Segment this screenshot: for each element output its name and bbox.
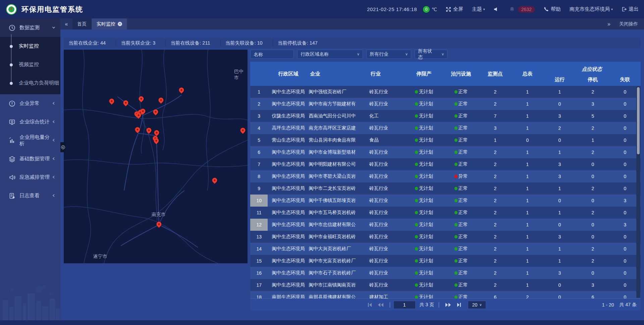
page-size-select[interactable]: 20 ∨ (468, 301, 486, 309)
table-row[interactable]: 8阆中生态环境局阆中市枣碧大梁山页岩砖瓦行业无计划异常21300 (250, 170, 641, 182)
cell-row-number: 13 (250, 231, 268, 243)
cell-limit-status: 无计划 (405, 149, 443, 155)
cell-points: 6 (479, 294, 512, 299)
table-row[interactable]: 17阆中生态环境局阆中市江南镇阆南页岩砖瓦行业无计划正常21030 (250, 279, 641, 291)
cell-company: 阆中市忠信建材有限公 (309, 222, 369, 228)
cell-industry: 化工 (369, 113, 405, 119)
table-row[interactable]: 3仪陇生态环境局西南油气田分公司川中化工无计划正常71350 (250, 110, 641, 122)
cell-stop: 6 (576, 294, 609, 299)
stats-bar: 当前在线企业: 44当前失联企业: 3当前在线设备: 211当前失联设备: 10… (64, 38, 641, 48)
cell-run: 0 (543, 198, 576, 203)
sidebar-group-6[interactable]: 日志查看 (0, 186, 60, 205)
cell-district: 阆中生态环境局 (268, 89, 309, 95)
green-dot-icon (454, 102, 458, 106)
cell-limit-status: 无计划 (405, 246, 443, 252)
industry-filter-select[interactable]: 所有行业 ∨ (366, 50, 411, 59)
sidebar-group-3[interactable]: 企业用电量分析 (0, 131, 60, 150)
stat-0: 当前在线企业: 44 (64, 40, 116, 46)
col-limit: 停限产 (405, 62, 443, 86)
table-row[interactable]: 6阆中生态环境局阆中市金博瑞新型墙材砖瓦行业无计划正常21120 (250, 146, 641, 158)
sidebar-collapse-handle[interactable] (60, 142, 66, 152)
cell-row-number: 14 (250, 243, 268, 255)
cell-stop: 2 (576, 150, 609, 155)
table-row[interactable]: 5营山生态环境局营山县润丰肉食品有限食品无计划正常10010 (250, 134, 641, 146)
table-row[interactable]: 10阆中生态环境局阆中千佛镇五郎垭页岩砖瓦行业无计划正常21003 (250, 195, 641, 207)
green-dot-icon (415, 211, 418, 214)
next-page-button[interactable] (445, 303, 451, 307)
tab-realtime-monitor[interactable]: 实时监控 × (92, 18, 127, 30)
cell-points: 2 (479, 270, 512, 276)
cell-points: 7 (479, 113, 512, 119)
help-button[interactable]: 帮助 (544, 6, 561, 12)
sidebar-item-2[interactable]: 企业电力负荷明细 (0, 74, 60, 92)
table-row[interactable]: 7阆中生态环境局阆中明阳建材有限公司砖瓦行业无计划正常21300 (250, 158, 641, 170)
sidebar-item-0[interactable]: 实时监控 (0, 37, 60, 55)
name-input[interactable] (254, 52, 290, 57)
table-row[interactable]: 9阆中生态环境局阆中市二龙长宝页岩砖砖瓦行业无计划正常21120 (250, 182, 641, 195)
table-row[interactable]: 16阆中生态环境局阆中市石子页岩机砖厂砖瓦行业无计划正常21300 (250, 267, 641, 279)
sidebar-submenu: 实时监控视频监控企业电力负荷明细 (0, 37, 60, 94)
green-dot-icon (415, 271, 418, 275)
table-row[interactable]: 1阆中生态环境局阆中强锐页岩砖厂砖瓦行业无计划正常21120 (250, 86, 641, 98)
scrollbar-thumb[interactable] (637, 87, 640, 154)
status-filter-select[interactable]: 所有状态 ∨ (415, 50, 447, 59)
table-row[interactable]: 15阆中生态环境局阆中市光富页岩机砖厂砖瓦行业无计划正常21120 (250, 255, 641, 267)
prev-page-button[interactable] (377, 303, 384, 307)
cell-points: 1 (479, 138, 512, 143)
cell-district: 阆中生态环境局 (268, 270, 309, 276)
map-panel[interactable]: 巴中市南充市遂宁市 (64, 50, 248, 263)
cell-row-number: 8 (250, 170, 268, 182)
datetime: 2021-02-25 17:46:18 (367, 6, 417, 12)
last-page-button[interactable] (456, 303, 462, 307)
sidebar: 数据监测实时监控视频监控企业电力负荷明细企业异常企业综合统计企业用电量分析基础数… (0, 18, 60, 320)
cell-run: 2 (543, 125, 576, 131)
col-facility: 治污设施 (443, 62, 479, 86)
table-row[interactable]: 11阆中生态环境局阆中市五马桥页岩机砖砖瓦行业无计划正常21120 (250, 207, 641, 219)
cell-company: 阆中市光富页岩机砖厂 (309, 258, 369, 264)
cell-points: 2 (479, 162, 512, 167)
tabs-scroll-left-icon[interactable]: « (60, 18, 72, 30)
table-row[interactable]: 14阆中生态环境局阆中大兴页岩机砖厂砖瓦行业无计划正常21120 (250, 243, 641, 255)
sidebar-item-1[interactable]: 视频监控 (0, 55, 60, 74)
col-lost: 失联 (609, 76, 641, 83)
table-row[interactable]: 13阆中生态环境局阆中市金福旺页岩机砖砖瓦行业无计划正常21300 (250, 231, 641, 243)
cell-points: 2 (479, 186, 512, 191)
user-dropdown[interactable]: 南充市生态环境局▾ (570, 6, 613, 12)
theme-dropdown[interactable]: 主题▾ (472, 6, 485, 12)
cell-facility-status: 正常 (443, 149, 479, 155)
table-body: 1阆中生态环境局阆中强锐页岩砖厂砖瓦行业无计划正常211202阆中生态环境局阆中… (250, 86, 641, 299)
notifications[interactable]: 2632 (509, 6, 535, 13)
cell-run: 0 (543, 101, 576, 107)
table-row[interactable]: 18南部生态环境局南部县双佛建材有限公建材加工无计划正常62060 (250, 291, 641, 299)
region-filter-select[interactable]: 行政区域名称 ∨ (297, 50, 363, 59)
cell-industry: 砖瓦行业 (369, 89, 405, 95)
sidebar-group-1[interactable]: 企业异常 (0, 94, 60, 113)
cell-stop: 2 (576, 125, 609, 131)
table-row[interactable]: 12阆中生态环境局阆中市忠信建材有限公砖瓦行业无计划正常21003 (250, 219, 641, 231)
close-tab-icon[interactable]: × (118, 22, 122, 26)
name-filter-input[interactable] (250, 50, 294, 59)
tabs-scroll-right-icon[interactable]: » (607, 21, 610, 27)
close-operations-button[interactable]: 关闭操作 (619, 21, 638, 27)
sidebar-group-2[interactable]: 企业综合统计 (0, 113, 60, 131)
cell-district: 阆中生态环境局 (268, 198, 309, 204)
stat-3: 当前失联设备: 10 (221, 40, 273, 46)
tab-home[interactable]: 首页 (72, 18, 91, 30)
page-number-input[interactable] (393, 301, 416, 309)
cell-district: 阆中生态环境局 (268, 161, 309, 167)
table-scrollbar[interactable] (636, 87, 640, 298)
first-page-button[interactable] (367, 303, 373, 307)
cell-run: 3 (543, 234, 576, 239)
sound-toggle[interactable] (494, 7, 501, 12)
sidebar-group-4[interactable]: 基础数据管理 (0, 150, 60, 168)
fullscreen-button[interactable]: 全屏 (446, 6, 463, 12)
logout-button[interactable]: 退出 (622, 6, 639, 12)
table-row[interactable]: 2阆中生态环境局阆中市南方节能建材有砖瓦行业无计划正常21030 (250, 98, 641, 110)
col-row-number (250, 62, 268, 86)
sidebar-group-5[interactable]: 应急减排管理 (0, 168, 60, 186)
table-row[interactable]: 4高坪生态环境局南充市高坪区王家店建砖瓦行业无计划正常31220 (250, 122, 641, 134)
cell-facility-status: 正常 (443, 101, 479, 107)
cell-limit-status: 无计划 (405, 282, 443, 288)
cell-points: 2 (479, 101, 512, 107)
sidebar-group-0[interactable]: 数据监测 (0, 18, 60, 37)
